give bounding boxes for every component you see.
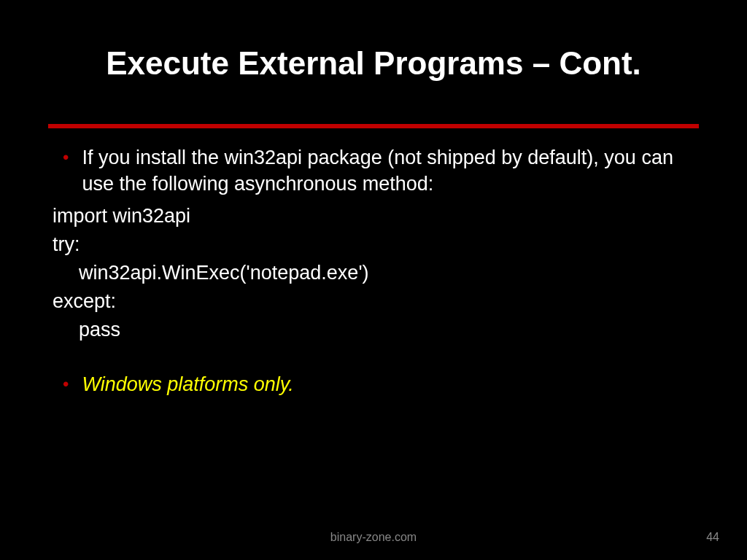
title-divider bbox=[48, 124, 699, 128]
code-line: pass bbox=[79, 316, 694, 344]
bullet-item: • If you install the win32api package (n… bbox=[53, 144, 694, 198]
bullet-icon: • bbox=[63, 144, 69, 171]
code-line: try: bbox=[53, 230, 694, 259]
spacer bbox=[53, 345, 694, 371]
page-number: 44 bbox=[706, 531, 719, 544]
code-line: win32api.WinExec('notepad.exe') bbox=[79, 259, 694, 287]
footer-site: binary-zone.com bbox=[0, 531, 747, 544]
code-line: import win32api bbox=[53, 202, 694, 230]
bullet-icon: • bbox=[63, 371, 69, 397]
bullet-text: If you install the win32api package (not… bbox=[82, 144, 694, 198]
slide-title: Execute External Programs – Cont. bbox=[0, 45, 747, 82]
bullet-note: Windows platforms only. bbox=[82, 371, 694, 397]
slide-content: • If you install the win32api package (n… bbox=[53, 144, 694, 402]
code-line: except: bbox=[53, 287, 694, 316]
slide: Execute External Programs – Cont. • If y… bbox=[0, 0, 747, 560]
bullet-item: • Windows platforms only. bbox=[53, 371, 694, 397]
